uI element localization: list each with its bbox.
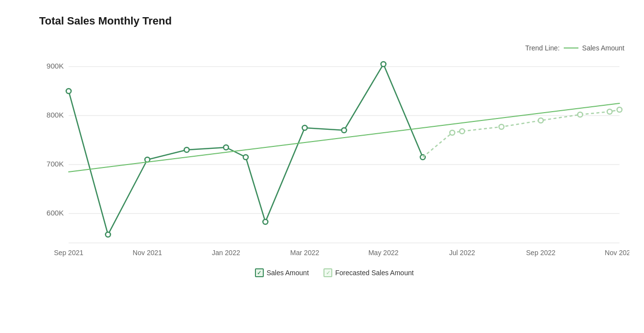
bottom-legend: ✓ Sales Amount ✓ Forecasted Sales Amount: [39, 268, 629, 277]
chart-svg: 900K 800K 700K 600K Sep 2021 Nov 2021 Ja…: [39, 37, 629, 262]
svg-point-28: [450, 130, 455, 135]
chart-area: 900K 800K 700K 600K Sep 2021 Nov 2021 Ja…: [39, 37, 629, 262]
svg-point-33: [607, 109, 612, 114]
svg-point-29: [460, 129, 464, 134]
svg-text:Jan 2022: Jan 2022: [212, 249, 240, 257]
svg-point-34: [617, 107, 622, 112]
chart-title: Total Sales Monthly Trend: [39, 15, 629, 27]
svg-point-20: [184, 147, 189, 152]
svg-point-23: [263, 219, 268, 224]
svg-text:Nov 2022: Nov 2022: [605, 249, 629, 257]
svg-point-26: [381, 62, 386, 67]
sales-amount-checkbox[interactable]: ✓: [255, 268, 264, 277]
forecasted-checkbox[interactable]: ✓: [323, 268, 332, 277]
legend-sales-amount[interactable]: ✓ Sales Amount: [255, 268, 309, 277]
svg-point-32: [577, 112, 582, 117]
svg-text:May 2022: May 2022: [368, 249, 399, 257]
svg-text:Sep 2022: Sep 2022: [526, 249, 555, 257]
svg-line-35: [69, 103, 620, 172]
sales-amount-label: Sales Amount: [267, 269, 309, 277]
svg-text:800K: 800K: [46, 111, 64, 119]
svg-text:Jul 2022: Jul 2022: [449, 249, 475, 257]
svg-point-19: [145, 157, 150, 162]
svg-point-17: [66, 89, 71, 94]
svg-point-22: [243, 155, 248, 160]
svg-point-31: [538, 118, 543, 123]
svg-text:700K: 700K: [46, 160, 64, 168]
forecasted-label: Forecasted Sales Amount: [335, 269, 414, 277]
svg-text:Nov 2021: Nov 2021: [133, 249, 162, 257]
svg-text:Mar 2022: Mar 2022: [290, 249, 320, 257]
svg-point-21: [224, 145, 229, 150]
svg-point-24: [302, 125, 307, 130]
legend-forecasted[interactable]: ✓ Forecasted Sales Amount: [323, 268, 414, 277]
svg-text:600K: 600K: [46, 209, 64, 217]
svg-point-30: [499, 124, 504, 129]
svg-point-25: [342, 128, 346, 133]
chart-container: Total Sales Monthly Trend Trend Line: Sa…: [0, 0, 644, 333]
svg-text:Sep 2021: Sep 2021: [54, 249, 83, 257]
svg-point-18: [106, 232, 111, 237]
svg-text:900K: 900K: [46, 62, 64, 70]
